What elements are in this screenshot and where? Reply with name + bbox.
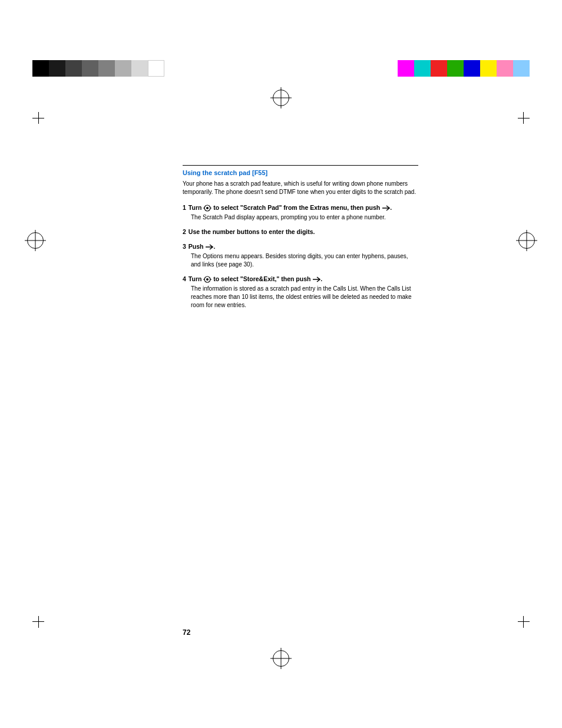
registration-top-center [270,87,292,108]
section-divider [183,165,418,166]
svg-point-1 [206,207,209,209]
swatch-dark2 [65,60,82,77]
tick-top-right-h [518,118,530,118]
swatch-magenta [398,60,414,77]
swatch-white [148,60,164,77]
registration-right-mid [516,230,537,251]
step-3-bold: Push . [189,242,216,251]
swatch-pink [497,60,513,77]
svg-point-7 [206,278,209,281]
swatch-dark1 [49,60,65,77]
tick-bottom-right-h [518,621,530,622]
swatch-cyan [414,60,431,77]
swatch-green [447,60,464,77]
swatch-blue [464,60,480,77]
step-4-number: 4 [183,275,186,284]
step-2: 2 Use the number buttons to enter the di… [183,228,418,236]
swatch-yellow [480,60,497,77]
step-2-header: 2 Use the number buttons to enter the di… [183,228,418,236]
step-4: 4 Turn to select "Store&Exit," then push… [183,275,418,309]
content-area: Using the scratch pad [F55] Your phone h… [183,165,418,315]
step-4-header: 4 Turn to select "Store&Exit," then push… [183,275,418,284]
swatch-light1 [131,60,148,77]
page: Using the scratch pad [F55] Your phone h… [0,0,562,728]
grayscale-bar [32,60,164,77]
step-4-bold: Turn to select "Store&Exit," then push . [189,275,322,284]
tick-bottom-left-v [38,616,39,628]
intro-paragraph: Your phone has a scratch pad feature, wh… [183,180,418,196]
page-number: 72 [183,628,190,637]
step-1: 1 Turn to select "Scratch Pad" from the … [183,203,418,222]
swatch-gray2 [98,60,115,77]
step-1-body: The Scratch Pad display appears, prompti… [191,213,418,222]
swatch-red [431,60,447,77]
step-1-number: 1 [183,203,186,212]
section-title: Using the scratch pad [F55] [183,169,418,176]
swatch-gray3 [115,60,131,77]
step-3: 3 Push . The Options menu appears. Besid… [183,242,418,269]
color-bar-strip [0,58,562,79]
registration-left-mid [25,230,46,251]
step-4-body: The information is stored as a scratch p… [191,285,418,309]
step-3-body: The Options menu appears. Besides storin… [191,252,418,269]
step-1-bold: Turn to select "Scratch Pad" from the Ex… [189,203,392,212]
swatch-gray1 [82,60,98,77]
step-3-header: 3 Push . [183,242,418,251]
swatch-lightblue [513,60,530,77]
swatch-black [32,60,49,77]
step-2-bold: Use the number buttons to enter the digi… [189,228,315,236]
step-2-number: 2 [183,228,186,236]
tick-top-left-v [38,112,39,124]
color-bar [398,60,530,77]
tick-bottom-right-v [523,616,524,628]
step-3-number: 3 [183,242,186,251]
tick-top-right-v [523,112,524,124]
registration-bottom-center [270,648,292,669]
step-1-header: 1 Turn to select "Scratch Pad" from the … [183,203,418,212]
